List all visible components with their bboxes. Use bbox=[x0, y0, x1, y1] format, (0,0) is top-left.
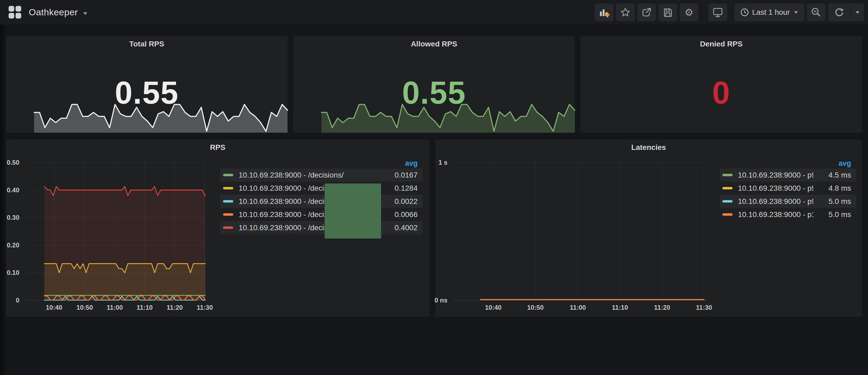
y-axis-label: 0.30 bbox=[3, 214, 19, 221]
dashboard-title-menu[interactable]: Oathkeeper bbox=[9, 6, 88, 19]
star-button[interactable] bbox=[616, 3, 635, 21]
series-label[interactable]: 10.10.69.238:9000 - p99 bbox=[738, 197, 813, 206]
legend-row[interactable]: 10.10.69.238:9000 - p995.0 ms bbox=[720, 195, 856, 208]
y-axis-label: 0 bbox=[3, 296, 19, 304]
add-panel-icon bbox=[599, 7, 610, 18]
x-axis-label: 11:00 bbox=[570, 304, 586, 311]
refresh-interval-dropdown[interactable] bbox=[850, 3, 864, 21]
add-panel-button[interactable] bbox=[595, 3, 614, 21]
series-avg-value: 0.0167 bbox=[380, 171, 417, 180]
rps-legend: avg 10.10.69.238:9000 - /decisions/0.016… bbox=[220, 159, 423, 234]
rps-chart[interactable] bbox=[26, 162, 206, 300]
series-color-dash bbox=[722, 213, 733, 216]
dashboard-title[interactable]: Oathkeeper bbox=[29, 7, 78, 18]
star-icon bbox=[620, 7, 630, 18]
latencies-chart[interactable] bbox=[454, 162, 708, 300]
x-axis-label: 11:00 bbox=[107, 304, 123, 311]
legend-row[interactable]: 10.10.69.238:9000 - p1005.0 ms bbox=[720, 208, 856, 221]
legend-row[interactable]: 10.10.69.238:9000 - p954.8 ms bbox=[720, 182, 856, 195]
x-axis-label: 10:40 bbox=[46, 304, 62, 311]
panel-title[interactable]: RPS bbox=[6, 143, 429, 152]
y-axis-label: 0 ns bbox=[432, 296, 447, 304]
share-icon bbox=[642, 7, 652, 18]
x-axis-label: 11:10 bbox=[612, 304, 628, 311]
legend-row[interactable]: 10.10.69.238:9000 - /decisions/0.0022 bbox=[220, 195, 423, 208]
save-icon bbox=[663, 7, 673, 18]
series-color-dash bbox=[223, 213, 233, 216]
x-axis-label: 10:50 bbox=[527, 304, 544, 311]
refresh-icon bbox=[834, 7, 844, 18]
stat-value: 0 bbox=[581, 73, 862, 112]
x-axis-label: 11:30 bbox=[197, 304, 213, 311]
dashboards-grid-icon[interactable] bbox=[9, 6, 21, 19]
y-axis-label: 0.40 bbox=[3, 186, 19, 194]
series-color-dash bbox=[722, 187, 733, 189]
series-avg-value: 4.8 ms bbox=[813, 184, 851, 193]
clock-icon bbox=[740, 8, 749, 17]
legend-avg-header[interactable]: avg bbox=[220, 159, 423, 168]
zoom-out-icon bbox=[811, 7, 822, 18]
x-axis-label: 10:50 bbox=[76, 304, 93, 311]
chevron-down-icon bbox=[856, 11, 859, 14]
dashboard-toolbar: ⚙ Last 1 hour bbox=[592, 3, 864, 21]
zoom-out-button[interactable] bbox=[807, 3, 826, 21]
series-avg-value: 5.0 ms bbox=[813, 197, 851, 206]
denied-rps-panel: Denied RPS 0 bbox=[581, 36, 862, 133]
time-range-picker[interactable]: Last 1 hour bbox=[735, 3, 804, 21]
series-label[interactable]: 10.10.69.238:9000 - p100 bbox=[738, 210, 813, 219]
monitor-icon bbox=[712, 7, 723, 18]
chevron-down-icon bbox=[83, 12, 87, 15]
latencies-panel: Latencies 1 s0 ns 10:4010:5011:0011:1011… bbox=[435, 139, 862, 317]
dashboard-header: Oathkeeper bbox=[0, 0, 868, 25]
panel-title[interactable]: Latencies bbox=[435, 143, 862, 152]
y-axis-label: 0.50 bbox=[3, 159, 19, 166]
panel-title[interactable]: Denied RPS bbox=[581, 40, 862, 49]
legend-row[interactable]: 10.10.69.238:9000 - /decisions/0.0066 bbox=[220, 208, 423, 221]
share-button[interactable] bbox=[637, 3, 656, 21]
latencies-legend: avg 10.10.69.238:9000 - p904.5 ms10.10.6… bbox=[720, 159, 856, 221]
series-color-dash bbox=[223, 200, 233, 202]
series-avg-value: 5.0 ms bbox=[813, 210, 851, 219]
time-range-label: Last 1 hour bbox=[752, 8, 790, 17]
rps-panel: RPS 0.500.400.300.200.100 10:4010:5011:0… bbox=[6, 139, 429, 317]
cycle-view-button[interactable] bbox=[708, 3, 727, 21]
panel-title[interactable]: Total RPS bbox=[6, 40, 287, 49]
refresh-button-group bbox=[828, 3, 864, 21]
series-avg-value: 0.0022 bbox=[380, 197, 417, 206]
chevron-down-icon bbox=[794, 11, 798, 14]
y-axis-label: 1 s bbox=[432, 159, 447, 166]
series-label[interactable]: 10.10.69.238:9000 - p90 bbox=[738, 171, 813, 180]
series-label[interactable]: 10.10.69.238:9000 - /decisions/ bbox=[239, 171, 380, 180]
legend-row[interactable]: 10.10.69.238:9000 - /decisions/0.4002 bbox=[220, 221, 423, 234]
y-axis-label: 0.10 bbox=[3, 269, 19, 276]
legend-row[interactable]: 10.10.69.238:9000 - p904.5 ms bbox=[720, 168, 856, 182]
series-avg-value: 0.4002 bbox=[380, 223, 417, 232]
legend-row[interactable]: 10.10.69.238:9000 - /decisions/0.1284 bbox=[220, 182, 423, 195]
x-axis-label: 11:10 bbox=[136, 304, 153, 311]
series-color-dash bbox=[722, 174, 733, 176]
refresh-button[interactable] bbox=[828, 3, 850, 21]
green-overlay bbox=[324, 184, 381, 239]
series-color-dash bbox=[722, 200, 733, 202]
total-rps-panel: Total RPS 0.55 bbox=[6, 36, 287, 133]
series-color-dash bbox=[223, 187, 233, 189]
series-color-dash bbox=[223, 226, 233, 229]
series-avg-value: 0.1284 bbox=[380, 184, 417, 193]
series-avg-value: 0.0066 bbox=[380, 210, 417, 219]
allowed-rps-panel: Allowed RPS 0.55 bbox=[293, 36, 575, 133]
series-color-dash bbox=[223, 174, 233, 176]
series-label[interactable]: 10.10.69.238:9000 - p95 bbox=[738, 184, 813, 193]
legend-row[interactable]: 10.10.69.238:9000 - /decisions/0.0167 bbox=[220, 168, 423, 182]
save-button[interactable] bbox=[658, 3, 677, 21]
y-axis-label: 0.20 bbox=[3, 242, 19, 249]
total-rps-sparkline[interactable] bbox=[34, 96, 287, 133]
legend-avg-header[interactable]: avg bbox=[720, 159, 856, 168]
settings-button[interactable]: ⚙ bbox=[680, 3, 699, 21]
panel-title[interactable]: Allowed RPS bbox=[293, 40, 575, 49]
series-avg-value: 4.5 ms bbox=[813, 171, 851, 180]
grafana-dashboard: Oathkeeper bbox=[0, 0, 868, 375]
gear-icon: ⚙ bbox=[684, 7, 693, 18]
x-axis-label: 11:30 bbox=[696, 304, 712, 311]
x-axis-label: 11:20 bbox=[654, 304, 670, 311]
allowed-rps-sparkline[interactable] bbox=[321, 96, 575, 133]
